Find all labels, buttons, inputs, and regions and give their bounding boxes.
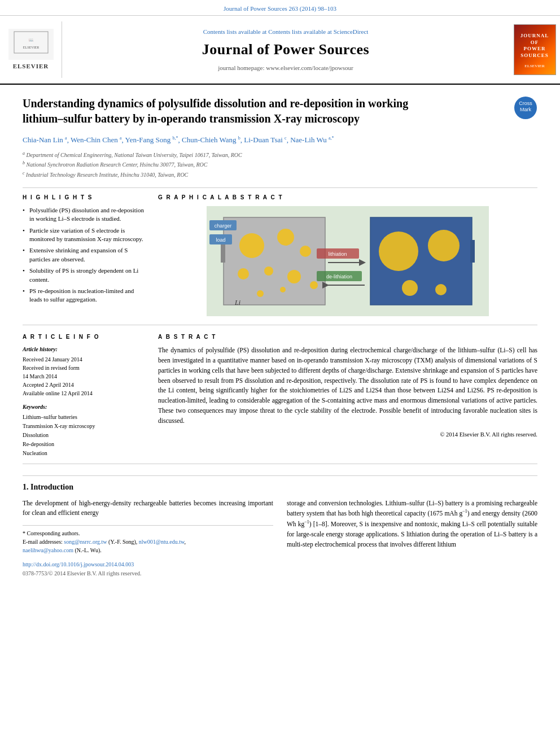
page: Journal of Power Sources 263 (2014) 98–1…: [0, 0, 560, 600]
journal-reference-bar: Journal of Power Sources 263 (2014) 98–1…: [0, 0, 560, 16]
journal-header: 📖 ELSEVIER ELSEVIER Contents lists avail…: [0, 16, 560, 85]
highlight-item-1: Polysulfide (PS) dissolution and re-depo…: [23, 206, 147, 224]
corresponding-note: * Corresponding authors.: [23, 529, 273, 538]
intro-col1: The development of high-energy-density r…: [23, 499, 273, 578]
svg-point-14: [300, 246, 311, 257]
affiliation-c: c Industrial Technology Research Institu…: [23, 170, 537, 180]
keywords-list: Lithium–sulfur batteries Transmission X-…: [23, 413, 147, 458]
svg-text:Cross: Cross: [519, 101, 532, 106]
svg-rect-8: [224, 217, 325, 305]
svg-rect-0: [8, 29, 54, 60]
graphical-abstract-panel: G R A P H I C A L A B S T R A C T: [158, 194, 537, 319]
svg-point-15: [238, 268, 249, 279]
email-link-yahoo[interactable]: naelihwu@yahoo.com: [23, 547, 73, 553]
graphical-abstract-label: G R A P H I C A L A B S T R A C T: [158, 194, 537, 202]
svg-point-24: [435, 284, 447, 295]
doi-link[interactable]: http://dx.doi.org/10.1016/j.jpowsour.201…: [23, 560, 273, 569]
svg-text:de-lithiation: de-lithiation: [326, 274, 352, 279]
footnote-area: * Corresponding authors. E-mail addresse…: [23, 525, 273, 554]
highlights-label: H I G H L I G H T S: [23, 194, 147, 202]
received-date: Received 24 January 2014: [23, 355, 147, 364]
article-content: Cross Mark Understanding dynamics of pol…: [0, 85, 560, 583]
intro-col2-text: storage and conversion technologies. Lit…: [287, 499, 537, 550]
svg-text:load: load: [216, 237, 225, 243]
elsevier-logo-area: 📖 ELSEVIER ELSEVIER: [0, 21, 62, 78]
svg-text:charger: charger: [215, 223, 232, 229]
email-note: E-mail addresses: song@nsrrc.org.tw (Y.-…: [23, 538, 273, 554]
keyword-4: Re-deposition: [23, 440, 147, 449]
email-for-wu: (N.-L. Wu).: [75, 547, 102, 553]
elsevier-label: ELSEVIER: [13, 62, 49, 71]
highlights-graphical-section: H I G H L I G H T S Polysulfide (PS) dis…: [23, 194, 537, 319]
copyright-text: © 2014 Elsevier B.V. All rights reserved…: [158, 431, 537, 439]
intro-body: The development of high-energy-density r…: [23, 499, 537, 578]
article-title-block: Cross Mark Understanding dynamics of pol…: [23, 96, 537, 126]
authors-text: Chia-Nan Lin a, Wen-Chin Chen a, Yen-Fan…: [23, 136, 334, 144]
svg-point-21: [379, 231, 418, 271]
revised-date: 14 March 2014: [23, 372, 147, 381]
abstract-panel: A B S T R A C T The dynamics of polysulf…: [158, 333, 537, 458]
received-revised-label: Received in revised form: [23, 364, 147, 372]
crossmark-badge: Cross Mark: [514, 96, 537, 120]
svg-point-16: [264, 267, 273, 276]
journal-title-area: Contents lists available at Contents lis…: [62, 21, 509, 78]
svg-text:lithiation: lithiation: [328, 251, 347, 257]
svg-text:Li: Li: [234, 299, 240, 307]
available-date: Available online 12 April 2014: [23, 389, 147, 397]
highlights-panel: H I G H L I G H T S Polysulfide (PS) dis…: [23, 194, 147, 319]
svg-text:📖: 📖: [28, 37, 33, 42]
highlight-item-5: PS re-deposition is nucleation-limited a…: [23, 287, 147, 304]
section-title: Introduction: [30, 483, 73, 491]
svg-point-17: [287, 270, 301, 283]
svg-point-12: [239, 233, 264, 258]
info-abstract-section: A R T I C L E I N F O Article history: R…: [23, 333, 537, 458]
keyword-3: Dissolution: [23, 431, 147, 440]
svg-rect-11: [470, 240, 475, 263]
article-info-label: A R T I C L E I N F O: [23, 333, 147, 341]
svg-point-23: [402, 280, 418, 296]
svg-point-18: [310, 281, 318, 289]
svg-text:ELSEVIER: ELSEVIER: [23, 46, 38, 49]
abstract-label: A B S T R A C T: [158, 333, 537, 341]
journal-reference-text: Journal of Power Sources 263 (2014) 98–1…: [224, 5, 336, 12]
section-num: 1.: [23, 483, 29, 491]
svg-text:Mark: Mark: [520, 107, 531, 112]
keywords-label: Keywords:: [23, 403, 147, 411]
divider-2: [23, 325, 537, 325]
journal-title: Journal of Power Sources: [202, 40, 369, 60]
keyword-2: Transmission X-ray microscopy: [23, 422, 147, 431]
svg-point-22: [428, 230, 460, 261]
introduction-section: 1. Introduction The development of high-…: [23, 475, 537, 578]
divider-3: [23, 464, 537, 464]
highlight-item-2: Particle size variation of S electrode i…: [23, 226, 147, 244]
affiliation-a: a Department of Chemical Engineering, Na…: [23, 150, 537, 160]
abstract-text: The dynamics of polysulfide (PS) dissolu…: [158, 346, 537, 426]
intro-section-title: 1. Introduction: [23, 482, 537, 493]
issn-text: 0378-7753/© 2014 Elsevier B.V. All right…: [23, 569, 273, 578]
article-title: Understanding dynamics of polysulfide di…: [23, 96, 446, 126]
email-link-nlw[interactable]: nlw001@ntu.edu.tw: [139, 539, 185, 545]
accepted-date: Accepted 2 April 2014: [23, 381, 147, 389]
highlight-item-4: Solubility of PS is strongly dependent o…: [23, 267, 147, 284]
journal-cover-image: JOURNALOFPOWERSOURCES ELSEVIER: [514, 24, 556, 75]
elsevier-logo-icon: 📖 ELSEVIER: [8, 29, 54, 60]
email-label: E-mail addresses:: [23, 539, 63, 545]
doi-text[interactable]: http://dx.doi.org/10.1016/j.jpowsour.201…: [23, 561, 134, 567]
keyword-1: Lithium–sulfur batteries: [23, 413, 147, 422]
article-history-label: Article history:: [23, 346, 147, 353]
intro-col1-text: The development of high-energy-density r…: [23, 499, 273, 519]
affiliation-b: b National Synchrotron Radiation Researc…: [23, 160, 537, 169]
article-info-panel: A R T I C L E I N F O Article history: R…: [23, 333, 147, 458]
email-link-song[interactable]: song@nsrrc.org.tw: [64, 539, 107, 545]
svg-point-13: [277, 229, 294, 246]
divider-1: [23, 187, 537, 188]
email-for-song: (Y.-F. Song),: [108, 539, 139, 545]
highlights-list: Polysulfide (PS) dissolution and re-depo…: [23, 206, 147, 304]
intro-col2: storage and conversion technologies. Lit…: [287, 499, 537, 578]
journal-cover-area: JOURNALOFPOWERSOURCES ELSEVIER: [509, 21, 560, 78]
graphical-abstract-image: Li charger load lithiation: [158, 206, 537, 316]
highlight-item-3: Extensive shrinking and expansion of S p…: [23, 246, 147, 264]
journal-homepage: journal homepage: www.elsevier.com/locat…: [218, 64, 353, 72]
svg-point-20: [280, 287, 286, 292]
science-direct-text[interactable]: Contents lists available at Contents lis…: [203, 28, 369, 36]
